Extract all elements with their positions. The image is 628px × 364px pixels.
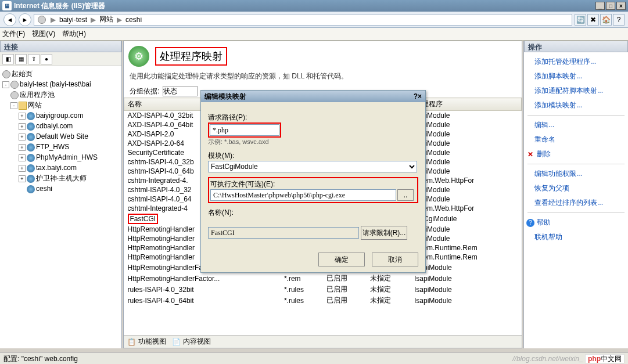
dialog-help-button[interactable]: ?	[414, 92, 418, 100]
menu-view[interactable]: 视图(V)	[32, 29, 55, 39]
back-button[interactable]: ◄	[3, 13, 16, 26]
tree-up-button[interactable]: ⇧	[28, 54, 40, 64]
action-rename[interactable]: 重命名	[524, 132, 628, 147]
action-sorted[interactable]: 查看经过排序的列表...	[524, 196, 628, 210]
table-row[interactable]: rules-ISAPI-4.0_32bit*.rules已启用未指定IsapiM…	[124, 284, 522, 295]
action-add-wildcard[interactable]: 添加通配符脚本映射...	[524, 84, 628, 98]
dialog-close-button[interactable]: ×	[418, 92, 422, 100]
name-input[interactable]	[208, 227, 359, 239]
config-status: 配置: "ceshi" web.config	[3, 354, 78, 363]
table-row[interactable]: rules-ISAPI-4.0_64bit*.rules已启用未指定IsapiM…	[124, 295, 522, 306]
menu-file[interactable]: 文件(F)	[2, 29, 25, 39]
menu-help[interactable]: 帮助(H)	[62, 29, 86, 39]
tree-site[interactable]: tax.baiyi.com	[36, 164, 77, 172]
col-handler[interactable]: 处理程序	[411, 98, 521, 111]
stop-button[interactable]: ✖	[587, 14, 599, 26]
table-row[interactable]: HttpRemotingHandlerFactor...*.rem已启用未指定I…	[124, 273, 522, 284]
help-button[interactable]: ?	[613, 14, 625, 26]
maximize-button[interactable]: □	[606, 2, 615, 10]
tree-toolbar: ◧ ▦ ⇧ ●	[0, 52, 121, 66]
connections-tree[interactable]: 起始页 -baiyi-test (baiyi-test\bai 应用程序池 -网…	[0, 66, 121, 348]
group-input[interactable]	[163, 86, 198, 96]
tree-site[interactable]: 护卫神·主机大师	[36, 174, 87, 182]
breadcrumb-part[interactable]: baiyi-test	[59, 16, 87, 24]
breadcrumb[interactable]: ▶ baiyi-test ▶ 网站 ▶ ceshi	[34, 14, 572, 26]
tree-site[interactable]: Default Web Site	[36, 132, 88, 140]
title-bar: 🖥 Internet 信息服务 (IIS)管理器 _ □ ×	[0, 0, 628, 12]
tree-start[interactable]: 起始页	[12, 70, 33, 78]
tree-expand-button[interactable]: ▦	[15, 54, 27, 64]
nav-toolbar: ◄ ► ▶ baiyi-test ▶ 网站 ▶ ceshi 🔄 ✖ 🏠 ?	[0, 12, 628, 28]
delete-x-icon: ✕	[526, 150, 534, 158]
group-label: 分组依据:	[130, 87, 159, 96]
close-button[interactable]: ×	[616, 2, 626, 10]
page-desc: 使用此功能指定处理特定请求类型的响应的资源，如 DLL 和托管代码。	[124, 71, 522, 85]
executable-input[interactable]	[210, 189, 396, 201]
action-help[interactable]: ?帮助	[524, 215, 628, 230]
forward-button[interactable]: ►	[19, 13, 31, 26]
action-delete[interactable]: ✕删除	[524, 147, 628, 161]
iis-icon: 🖥	[2, 1, 12, 10]
window-title: Internet 信息服务 (IIS)管理器	[14, 1, 105, 11]
ok-button[interactable]: 确定	[318, 253, 365, 266]
action-edit-perm[interactable]: 编辑功能权限...	[524, 167, 628, 181]
status-bar: 配置: "ceshi" web.config //blog.csdn.net/w…	[0, 352, 628, 364]
actions-header: 操作	[524, 41, 628, 52]
tree-site-selected[interactable]: ceshi	[36, 185, 52, 193]
action-add-module[interactable]: 添加模块映射...	[524, 98, 628, 113]
action-restore[interactable]: 恢复为父项	[524, 181, 628, 196]
tree-server[interactable]: baiyi-test (baiyi-test\bai	[20, 80, 91, 88]
request-path-input[interactable]	[210, 124, 279, 136]
dialog-title: 编辑模块映射	[204, 92, 246, 102]
refresh-button[interactable]: 🔄	[575, 14, 586, 26]
connections-header: 连接	[0, 41, 121, 52]
name-label: 名称(N):	[208, 208, 418, 218]
tree-refresh-button[interactable]: ●	[41, 54, 52, 64]
request-limit-button[interactable]: 请求限制(R)...	[361, 226, 407, 240]
minimize-button[interactable]: _	[595, 2, 605, 10]
tree-site[interactable]: cdbaiyi.com	[36, 122, 73, 130]
handler-mapping-icon: ⚙	[128, 46, 149, 67]
tree-sites[interactable]: 网站	[28, 101, 42, 109]
home-button[interactable]: 🏠	[600, 14, 612, 26]
tab-feature-view[interactable]: 📋 功能视图	[127, 337, 166, 347]
breadcrumb-part[interactable]: 网站	[99, 15, 113, 24]
path-hint: 示例: *.bas, wsvc.axd	[208, 138, 418, 146]
action-online-help[interactable]: 联机帮助	[524, 230, 628, 244]
exe-label: 可执行文件(可选)(E):	[210, 179, 416, 189]
page-title: 处理程序映射	[155, 47, 227, 66]
edit-module-mapping-dialog: 编辑模块映射 ? × 请求路径(P): 示例: *.bas, wsvc.axd …	[200, 90, 426, 273]
path-label: 请求路径(P):	[208, 113, 418, 122]
help-icon: ?	[526, 219, 534, 227]
action-edit[interactable]: 编辑...	[524, 118, 628, 132]
collapse-icon[interactable]: -	[2, 81, 9, 88]
tree-site[interactable]: FTP_HWS	[36, 143, 69, 151]
action-add-script[interactable]: 添加脚本映射...	[524, 69, 628, 84]
cancel-button[interactable]: 取消	[372, 253, 418, 266]
tree-site[interactable]: PhpMyAdmin_HWS	[36, 153, 98, 161]
action-add-managed[interactable]: 添加托管处理程序...	[524, 55, 628, 69]
brand-logo: php中文网	[585, 354, 625, 363]
tree-site[interactable]: baiyigroup.com	[36, 111, 83, 120]
tab-content-view[interactable]: 📄 内容视图	[172, 337, 211, 347]
tree-collapse-button[interactable]: ◧	[2, 54, 14, 64]
menu-bar: 文件(F) 视图(V) 帮助(H)	[0, 28, 628, 41]
browse-button[interactable]: ..	[397, 189, 414, 201]
watermark: //blog.csdn.net/weixin_	[512, 355, 583, 363]
breadcrumb-icon	[38, 16, 46, 24]
tree-apppool[interactable]: 应用程序池	[20, 91, 55, 99]
module-select[interactable]: FastCgiModule	[208, 161, 417, 172]
breadcrumb-part[interactable]: ceshi	[125, 16, 142, 24]
module-label: 模块(M):	[208, 151, 418, 161]
